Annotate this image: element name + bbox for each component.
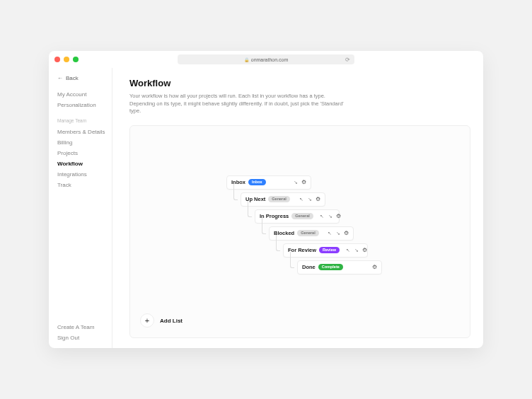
gear-icon[interactable]: ⚙ <box>336 213 341 219</box>
sidebar-item-create-team[interactable]: Create A Team <box>57 324 108 330</box>
move-down-icon[interactable]: ↘ <box>354 248 359 253</box>
window-controls <box>54 57 79 62</box>
workflow-card-tag: Inbox <box>248 179 266 185</box>
gear-icon[interactable]: ⚙ <box>372 264 377 270</box>
gear-icon[interactable]: ⚙ <box>301 179 306 185</box>
workflow-flow: InboxInbox↘⚙Up NextGeneral↖↘⚙In Progress… <box>215 175 382 277</box>
workflow-card-tag: General <box>268 196 289 202</box>
workflow-card-tag: General <box>297 230 318 236</box>
sidebar-item-integrations[interactable]: Integrations <box>57 171 108 178</box>
gear-icon[interactable]: ⚙ <box>316 196 320 202</box>
workflow-card[interactable]: For ReviewReview↖↘⚙ <box>283 243 368 258</box>
sidebar-item-sign-out[interactable]: Sign Out <box>57 335 108 341</box>
sidebar-item-my-account[interactable]: My Account <box>57 91 108 98</box>
move-up-icon[interactable]: ↖ <box>345 248 351 253</box>
gear-icon[interactable]: ⚙ <box>344 230 349 236</box>
move-up-icon[interactable]: ↖ <box>299 197 304 202</box>
move-down-icon[interactable]: ↘ <box>328 214 333 219</box>
url-text: onmarathon.com <box>251 57 289 62</box>
arrow-left-icon: ← <box>57 75 63 81</box>
sidebar: ← Back My Account Personalization Manage… <box>49 68 112 348</box>
move-down-icon[interactable]: ↘ <box>307 197 313 202</box>
workflow-card[interactable]: In ProgressGeneral↖↘⚙ <box>255 209 340 224</box>
sidebar-section-team-label: Manage Team <box>57 118 108 123</box>
sidebar-item-workflow[interactable]: Workflow <box>57 161 108 167</box>
workflow-card[interactable]: Up NextGeneral↖↘⚙ <box>241 192 325 207</box>
move-down-icon[interactable]: ↘ <box>335 231 341 236</box>
move-up-icon[interactable]: ↖ <box>327 231 332 236</box>
maximize-window-button[interactable] <box>73 57 79 62</box>
add-list-control[interactable]: + Add List <box>140 313 183 328</box>
gear-icon[interactable]: ⚙ <box>362 247 367 253</box>
workflow-row: DoneComplete⚙ <box>286 260 382 277</box>
workflow-row: InboxInbox↘⚙ <box>215 175 382 192</box>
sidebar-section-personal: My Account Personalization <box>57 91 108 108</box>
add-list-label: Add List <box>160 318 183 324</box>
move-up-icon[interactable]: ↖ <box>319 214 325 219</box>
back-label: Back <box>66 75 79 81</box>
workflow-card[interactable]: BlockedGeneral↖↘⚙ <box>269 226 354 241</box>
main-panel: Workflow Your workflow is how all your p… <box>112 68 483 348</box>
reload-icon[interactable]: ⟳ <box>345 57 350 63</box>
workflow-canvas[interactable]: InboxInbox↘⚙Up NextGeneral↖↘⚙In Progress… <box>129 125 470 339</box>
sidebar-item-personalization[interactable]: Personalization <box>57 102 108 108</box>
close-window-button[interactable] <box>54 57 60 62</box>
workflow-card-label: Done <box>302 264 316 270</box>
minimize-window-button[interactable] <box>64 57 69 62</box>
lock-icon: 🔒 <box>244 57 249 62</box>
workflow-card-tag: General <box>291 213 313 219</box>
page-description: Your workflow is how all your projects w… <box>129 93 349 115</box>
sidebar-item-billing[interactable]: Billing <box>57 139 108 146</box>
workflow-card[interactable]: DoneComplete⚙ <box>297 260 382 274</box>
workflow-card-tag: Complete <box>318 264 343 270</box>
workflow-row: Up NextGeneral↖↘⚙ <box>229 192 382 209</box>
sidebar-footer: Create A Team Sign Out <box>57 324 108 341</box>
move-down-icon[interactable]: ↘ <box>293 180 299 185</box>
back-link[interactable]: ← Back <box>57 75 108 81</box>
app-window: 🔒 onmarathon.com ⟳ ← Back My Account Per… <box>49 51 483 348</box>
workflow-card[interactable]: InboxInbox↘⚙ <box>226 175 311 190</box>
plus-icon[interactable]: + <box>140 313 154 328</box>
sidebar-item-track[interactable]: Track <box>57 182 108 188</box>
url-bar[interactable]: 🔒 onmarathon.com ⟳ <box>178 54 354 64</box>
content-area: ← Back My Account Personalization Manage… <box>49 68 483 348</box>
workflow-row: For ReviewReview↖↘⚙ <box>272 243 382 260</box>
workflow-card-tag: Review <box>319 247 340 253</box>
titlebar: 🔒 onmarathon.com ⟳ <box>49 51 483 68</box>
sidebar-item-projects[interactable]: Projects <box>57 150 108 156</box>
sidebar-item-members[interactable]: Members & Details <box>57 129 108 135</box>
page-title: Workflow <box>129 78 470 88</box>
sidebar-section-team: Manage Team Members & Details Billing Pr… <box>57 118 108 188</box>
